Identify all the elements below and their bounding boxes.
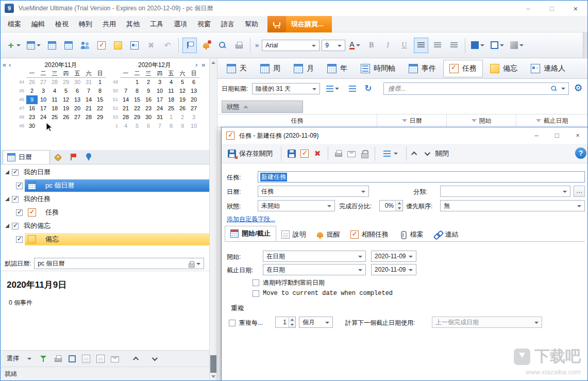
calendar-combo[interactable]: 任務 <box>258 186 369 197</box>
calendar-day[interactable]: 18 <box>49 104 60 113</box>
calendar-day[interactable]: 26 <box>60 113 72 122</box>
export-page-icon[interactable] <box>96 355 105 363</box>
calendar-day[interactable]: 23 <box>26 113 38 122</box>
priority-combo[interactable]: 無 <box>440 200 585 211</box>
view-tab-month[interactable]: 月 <box>288 60 320 77</box>
spin-up-arrow[interactable] <box>396 201 402 206</box>
due-date-picker[interactable]: 2020-11-09 <box>371 264 416 275</box>
status-combo[interactable]: 未開始 <box>258 200 335 211</box>
float-overdue-checkbox[interactable] <box>253 279 259 286</box>
start-mode-combo[interactable]: 在日期 <box>263 251 366 262</box>
calendar-day[interactable]: 14 <box>120 95 131 104</box>
tab-locations[interactable] <box>81 151 96 164</box>
calendar-day[interactable]: 17 <box>154 95 165 104</box>
spin-up-arrow[interactable] <box>289 317 295 322</box>
undo-button[interactable]: ↶ <box>160 38 175 53</box>
next-month-button[interactable]: › <box>195 61 197 69</box>
checkbox[interactable] <box>12 223 19 229</box>
calendar-day[interactable]: 22 <box>131 104 143 113</box>
previous-item-button[interactable] <box>411 151 417 157</box>
calendar-day[interactable]: 2 <box>143 78 154 87</box>
send-icon[interactable] <box>111 356 119 362</box>
calendar-day[interactable]: 29 <box>94 113 106 122</box>
calendar-day[interactable]: 4 <box>165 78 177 87</box>
calendar-day[interactable]: 29 <box>60 78 72 87</box>
calendar-day[interactable]: 11 <box>165 87 177 95</box>
calendar-day[interactable]: 20 <box>188 95 199 104</box>
buy-now-button[interactable]: 現在購買... <box>267 16 332 32</box>
expander-icon[interactable] <box>5 170 9 174</box>
align-left-button[interactable] <box>414 38 428 53</box>
minimize-button[interactable]: – <box>516 1 540 16</box>
scroll-down-arrow[interactable] <box>210 372 217 380</box>
calendar-day[interactable]: 17 <box>38 104 49 113</box>
calendar-day[interactable]: 9 <box>177 122 188 130</box>
search-button[interactable] <box>215 38 230 53</box>
calendar-day[interactable]: 19 <box>177 95 188 104</box>
group-by-status-bar[interactable]: 狀態 <box>222 101 303 113</box>
dialog-tab-links[interactable]: 連結 <box>429 227 464 241</box>
percent-complete-spinner[interactable]: 0% <box>379 200 403 211</box>
calendar-day[interactable]: 6 <box>188 78 199 87</box>
shadow-color-button[interactable] <box>508 38 526 53</box>
calendar-day[interactable]: 8 <box>131 87 143 95</box>
calendar-day[interactable]: 10 <box>154 87 165 95</box>
filter-icon[interactable] <box>40 355 48 363</box>
filter-funnel-icon[interactable] <box>402 119 407 122</box>
date-range-combo[interactable]: 隨後的 31 天 <box>252 83 320 94</box>
tree-item-pc-calendar[interactable]: pc 個日曆 <box>1 179 209 192</box>
calendar-day[interactable]: 28 <box>120 113 131 122</box>
menu-item-10[interactable]: 幫助 <box>240 16 263 32</box>
menu-item-2[interactable]: 檢視 <box>50 16 74 32</box>
printer-icon[interactable] <box>54 355 62 363</box>
expander-icon[interactable] <box>5 224 9 228</box>
calendar-day[interactable]: 21 <box>83 104 94 113</box>
calendar-day[interactable]: 3 <box>38 87 49 95</box>
dialog-tab-related-tasks[interactable]: 相關任務 <box>345 227 394 241</box>
email-icon[interactable] <box>347 151 356 157</box>
dialog-tab-dates[interactable]: 開始/截止 <box>225 226 276 241</box>
checkbox[interactable] <box>16 236 23 243</box>
search-icon[interactable] <box>551 86 558 92</box>
calendar-day[interactable]: 31 <box>83 78 94 87</box>
calendar-day[interactable]: 20 <box>72 104 83 113</box>
recur-interval-spinner[interactable]: 1 <box>275 317 296 328</box>
menu-item-0[interactable]: 檔案 <box>3 16 26 32</box>
checkbox[interactable] <box>16 183 23 189</box>
collapse-groups-button[interactable] <box>345 81 360 96</box>
checkbox[interactable] <box>12 169 19 176</box>
view-tab-day[interactable]: 天 <box>221 60 253 77</box>
dialog-close-button[interactable]: × <box>567 127 588 143</box>
calendar-day[interactable]: 23 <box>143 104 154 113</box>
expand-groups-button[interactable] <box>324 81 341 96</box>
tab-categories[interactable] <box>50 151 65 164</box>
new-task-button[interactable] <box>94 38 109 53</box>
calendar-day[interactable]: 28 <box>83 113 94 122</box>
print-preview-icon[interactable] <box>69 355 76 362</box>
view-tab-events[interactable]: 事件 <box>402 60 442 77</box>
calendar-day[interactable]: 5 <box>131 122 143 130</box>
calendar-day[interactable]: 1 <box>165 113 177 122</box>
category-more-button[interactable]: … <box>574 186 585 197</box>
save-icon[interactable] <box>288 150 296 158</box>
calendar-day[interactable]: 27 <box>188 104 199 113</box>
tree-item-tasks[interactable]: 任務 <box>1 206 209 219</box>
complete-task-icon[interactable] <box>300 150 309 158</box>
checkbox[interactable] <box>16 209 23 216</box>
close-button[interactable]: × <box>564 1 587 16</box>
add-custom-fields-link[interactable]: 添加自定義字段... <box>227 215 275 224</box>
filter-funnel-icon[interactable] <box>536 119 541 122</box>
category-combo[interactable] <box>440 186 570 197</box>
printer-icon[interactable] <box>334 150 343 158</box>
dialog-tab-reminder[interactable]: 提醒 <box>311 227 345 241</box>
tree-item-notes[interactable]: 備忘 <box>1 233 209 246</box>
calendar-day[interactable]: 11 <box>49 95 60 104</box>
spin-down-arrow[interactable] <box>396 206 402 211</box>
next-year-button[interactable]: » <box>201 61 205 69</box>
view-tab-week[interactable]: 周 <box>254 60 287 77</box>
dialog-tab-files[interactable]: 檔案 <box>394 227 429 241</box>
menu-item-7[interactable]: 選項 <box>169 16 192 32</box>
new-calendar-button[interactable] <box>25 38 43 53</box>
copy-page-icon[interactable] <box>82 355 90 363</box>
start-date-picker[interactable]: 2020-11-09 <box>371 251 416 262</box>
